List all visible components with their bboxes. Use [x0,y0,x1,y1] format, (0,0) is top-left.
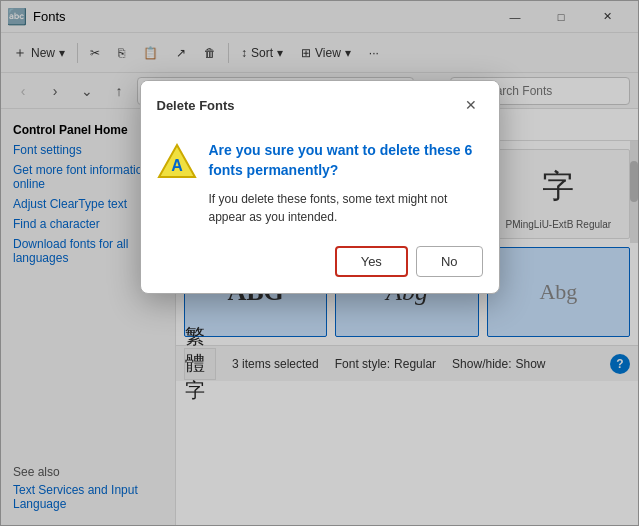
dialog-title: Delete Fonts [157,98,235,113]
svg-text:A: A [171,157,183,174]
warning-svg: A [157,141,197,181]
dialog-buttons: Yes No [141,238,499,293]
yes-button[interactable]: Yes [335,246,408,277]
dialog-overlay: Delete Fonts ✕ A Are you sure you want t… [0,0,639,526]
dialog-title-bar: Delete Fonts ✕ [141,81,499,125]
window: 🔤 Fonts — □ ✕ ＋ New ▾ ✂ ⎘ 📋 ↗ 🗑 [0,0,639,526]
dialog-content: Are you sure you want to delete these 6 … [209,141,483,226]
dialog-question: Are you sure you want to delete these 6 … [209,141,483,180]
dialog-body: A Are you sure you want to delete these … [141,125,499,238]
no-button[interactable]: No [416,246,483,277]
dialog-warning-icon: A [157,141,197,181]
delete-fonts-dialog: Delete Fonts ✕ A Are you sure you want t… [140,80,500,294]
dialog-info: If you delete these fonts, some text mig… [209,190,483,226]
dialog-close-button[interactable]: ✕ [459,93,483,117]
